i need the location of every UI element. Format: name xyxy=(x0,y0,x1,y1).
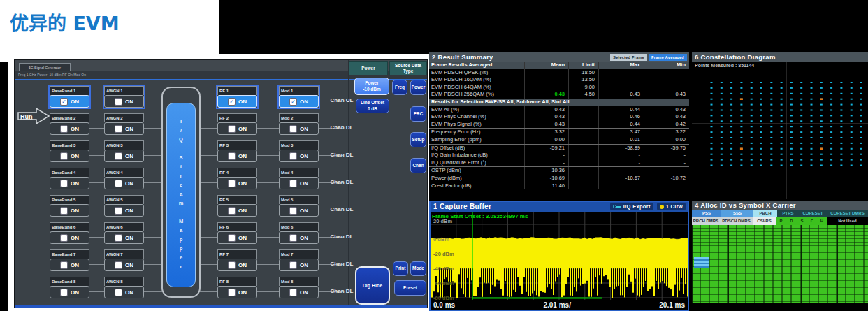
rf-1-block[interactable]: RF 1✓ON xyxy=(217,86,257,108)
awgn-8-block-on-toggle[interactable]: ON xyxy=(104,286,144,298)
baseband-1-block-on-toggle[interactable]: ✓ON xyxy=(50,95,89,108)
mod-2-block[interactable]: Mod 2ON xyxy=(279,113,319,135)
mode-button[interactable]: Mode xyxy=(410,261,426,276)
rf-2-block-on-toggle[interactable]: ON xyxy=(217,122,257,135)
table-row[interactable]: I/Q Offset (dB)-59.21-58.89-59.76 xyxy=(429,144,689,152)
rf-6-block[interactable]: RF 6ON xyxy=(217,222,257,244)
awgn-1-block[interactable]: AWGN 1ON xyxy=(104,86,144,108)
rf-3-block[interactable]: RF 3ON xyxy=(217,140,257,162)
dlg-hide-button[interactable]: Dlg Hide xyxy=(355,266,390,305)
awgn-1-block-on-toggle[interactable]: ON xyxy=(104,95,144,108)
mod-1-block-on-toggle[interactable]: ✓ON xyxy=(279,95,319,108)
awgn-2-block[interactable]: AWGN 2ON xyxy=(104,113,144,135)
freq-button[interactable]: Freq xyxy=(392,80,407,95)
print-button[interactable]: Print xyxy=(393,261,408,276)
mod-8-block-on-toggle[interactable]: ON xyxy=(279,286,319,298)
setup-button[interactable]: Setup xyxy=(410,132,426,147)
table-row[interactable]: Frequency Error (Hz)3.323.473.22 xyxy=(429,128,689,136)
alloc-header[interactable]: 4 Alloc ID vs Symbol X Carrier xyxy=(692,201,868,210)
awgn-3-block[interactable]: AWGN 3ON xyxy=(104,140,144,162)
mod-8-block[interactable]: Mod 8ON xyxy=(279,277,319,298)
baseband-8-block[interactable]: BaseBand 8ON xyxy=(50,277,89,298)
mod-4-block-on-toggle[interactable]: ON xyxy=(279,177,319,189)
preset-button[interactable]: Preset xyxy=(394,280,426,296)
mod-3-block[interactable]: Mod 3ON xyxy=(279,140,319,162)
rf-5-block[interactable]: RF 5ON xyxy=(217,195,257,217)
awgn-2-block-on-toggle[interactable]: ON xyxy=(104,122,144,135)
power-value-button[interactable]: Power -10 dBm xyxy=(354,78,389,95)
baseband-2-block[interactable]: BaseBand 2ON xyxy=(50,113,89,135)
rf-4-block-on-toggle[interactable]: ON xyxy=(217,177,257,189)
baseband-4-block-on-toggle[interactable]: ON xyxy=(50,177,89,189)
mod-6-block[interactable]: Mod 6ON xyxy=(279,222,319,244)
table-row[interactable]: EVM Phys Signal (%)0.430.440.42 xyxy=(429,121,689,129)
table-row[interactable]: EVM PDSCH 256QAM (%)0.434.500.430.43 xyxy=(429,91,689,99)
trace-indicator[interactable]: 1 Clrw xyxy=(657,203,686,210)
result-summary-header[interactable]: 2 Result Summary Selected FrameFrame Ave… xyxy=(429,52,689,62)
rf-4-block[interactable]: RF 4ON xyxy=(217,168,257,189)
awgn-6-block-on-toggle[interactable]: ON xyxy=(104,231,144,244)
baseband-7-block-on-toggle[interactable]: ON xyxy=(50,259,89,271)
table-row[interactable]: EVM PDSCH QPSK (%)18.50 xyxy=(429,69,689,77)
awgn-3-block-on-toggle[interactable]: ON xyxy=(104,150,144,162)
mod-4-block[interactable]: Mod 4ON xyxy=(279,168,319,189)
baseband-8-block-on-toggle[interactable]: ON xyxy=(50,286,89,298)
baseband-3-block[interactable]: BaseBand 3ON xyxy=(50,140,89,162)
table-row[interactable]: EVM All (%)0.430.440.43 xyxy=(429,106,689,114)
mod-7-block-on-toggle[interactable]: ON xyxy=(279,259,319,271)
baseband-6-block[interactable]: BaseBand 6ON xyxy=(50,222,89,244)
baseband-3-block-on-toggle[interactable]: ON xyxy=(50,150,89,162)
awgn-7-block[interactable]: AWGN 7ON xyxy=(104,249,144,271)
awgn-5-block[interactable]: AWGN 5ON xyxy=(104,195,144,217)
rf-3-block-on-toggle[interactable]: ON xyxy=(217,150,257,162)
iq-stream-mapper-button[interactable]: I/Q Stream Mapper xyxy=(166,103,196,287)
mod-3-block-on-toggle[interactable]: ON xyxy=(279,150,319,162)
rf-5-block-on-toggle[interactable]: ON xyxy=(217,204,257,217)
table-row[interactable]: Crest Factor (dB)11.40 xyxy=(429,182,689,190)
baseband-4-block[interactable]: BaseBand 4ON xyxy=(50,168,89,189)
baseband-6-block-on-toggle[interactable]: ON xyxy=(50,231,89,244)
mod-6-block-on-toggle[interactable]: ON xyxy=(279,231,319,244)
awgn-5-block-on-toggle[interactable]: ON xyxy=(104,204,144,217)
table-row[interactable]: EVM Phys Channel (%)0.430.460.43 xyxy=(429,113,689,121)
baseband-5-block[interactable]: BaseBand 5ON xyxy=(50,195,89,217)
rf-7-block[interactable]: RF 7ON xyxy=(217,249,257,271)
chan-button[interactable]: Chan xyxy=(410,158,426,173)
baseband-7-block[interactable]: BaseBand 7ON xyxy=(50,249,89,271)
rf-2-block[interactable]: RF 2ON xyxy=(217,113,257,135)
rf-1-block-on-toggle[interactable]: ✓ON xyxy=(217,95,257,108)
iq-export-button[interactable]: I/Q Export xyxy=(610,203,653,210)
capture-buffer-header[interactable]: 1 Capture Buffer I/Q Export 1 Clrw xyxy=(431,202,688,212)
awgn-4-block[interactable]: AWGN 4ON xyxy=(104,168,144,189)
power-menu-button[interactable]: Power xyxy=(410,80,426,95)
mod-2-block-on-toggle[interactable]: ON xyxy=(279,122,319,135)
mod-5-block[interactable]: Mod 5ON xyxy=(279,195,319,217)
mod-5-block-on-toggle[interactable]: ON xyxy=(279,204,319,217)
frc-button[interactable]: FRC xyxy=(410,106,426,122)
baseband-1-block[interactable]: BaseBand 1✓ON xyxy=(50,86,89,108)
table-row[interactable]: Power (dBm)-10.69-10.67-10.72 xyxy=(429,175,689,182)
mod-1-block[interactable]: Mod 1✓ON xyxy=(279,86,319,108)
table-row[interactable]: Sampling Error (ppm)0.000.010.00 xyxy=(429,136,689,144)
awgn-6-block[interactable]: AWGN 6ON xyxy=(104,222,144,244)
rf-8-block-on-toggle[interactable]: ON xyxy=(217,286,257,298)
rf-7-block-on-toggle[interactable]: ON xyxy=(217,259,257,271)
table-row[interactable]: I/Q Quadrature Error (°)--- xyxy=(429,159,689,167)
rf-6-block-on-toggle[interactable]: ON xyxy=(217,231,257,244)
constellation-header[interactable]: 6 Constellation Diagram xyxy=(692,52,868,62)
tab-selected-frame[interactable]: Selected Frame xyxy=(610,54,647,61)
rf-8-block[interactable]: RF 8ON xyxy=(217,277,257,298)
run-button[interactable]: Run xyxy=(17,107,50,125)
table-row[interactable]: EVM PDSCH 64QAM (%)9.00 xyxy=(429,84,689,92)
table-row[interactable]: OSTP (dBm)-10.36 xyxy=(429,166,689,175)
awgn-4-block-on-toggle[interactable]: ON xyxy=(104,177,144,189)
mod-7-block[interactable]: Mod 7ON xyxy=(279,249,319,271)
awgn-8-block[interactable]: AWGN 8ON xyxy=(104,277,144,298)
tab-frame-averaged[interactable]: Frame Averaged xyxy=(649,54,687,61)
baseband-5-block-on-toggle[interactable]: ON xyxy=(50,204,89,217)
line-offset-button[interactable]: Line Offset 0 dB xyxy=(356,99,389,113)
awgn-7-block-on-toggle[interactable]: ON xyxy=(104,259,144,271)
baseband-2-block-on-toggle[interactable]: ON xyxy=(50,122,89,135)
table-row[interactable]: I/Q Gain Imbalance (dB)--- xyxy=(429,152,689,159)
table-row[interactable]: EVM PDSCH 16QAM (%)13.50 xyxy=(429,76,689,84)
